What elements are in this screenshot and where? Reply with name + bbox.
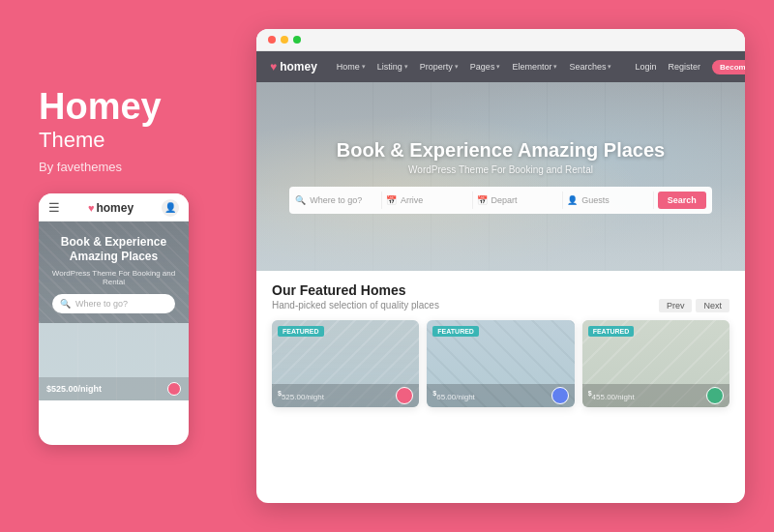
search-where-placeholder: Where to go? xyxy=(310,195,362,205)
property-price-1: $525.00/night xyxy=(278,390,324,401)
properties-row: Prev Next FEATURED $525.00/night xyxy=(272,320,729,407)
desktop-hero-title: Book & Experience Amazing Places xyxy=(337,139,665,162)
property-image-3: FEATURED $455.00/night xyxy=(582,320,729,407)
chevron-down-icon: ▾ xyxy=(496,63,500,71)
mobile-hero-title: Book & Experience Amazing Places xyxy=(48,235,179,265)
nav-item-register[interactable]: Register xyxy=(668,62,700,72)
property-image-1: FEATURED $525.00/night xyxy=(272,320,419,407)
mobile-price: $525.00/night xyxy=(46,384,102,394)
desktop-title-bar xyxy=(256,29,745,51)
mobile-user-icon: 👤 xyxy=(162,199,179,217)
property-avatar-1 xyxy=(396,387,413,404)
desktop-nav-logo: ♥ homey xyxy=(270,60,317,74)
search-guests-field[interactable]: 👤 Guests xyxy=(567,192,654,209)
mobile-avatar xyxy=(167,382,181,396)
chevron-down-icon: ▾ xyxy=(455,63,459,71)
search-icon: 🔍 xyxy=(60,299,71,309)
property-price-bar-1: $525.00/night xyxy=(272,384,419,407)
property-card-3[interactable]: FEATURED $455.00/night xyxy=(582,320,729,407)
theme-title: Homey xyxy=(39,87,232,128)
desktop-hero-content: Book & Experience Amazing Places WordPre… xyxy=(256,82,745,271)
mobile-property-strip: $525.00/night xyxy=(39,323,189,400)
property-avatar-2 xyxy=(551,387,569,404)
desktop-content: Our Featured Homes Hand-picked selection… xyxy=(256,271,745,419)
hamburger-icon: ☰ xyxy=(48,200,60,215)
theme-sub: Theme xyxy=(39,128,232,153)
mobile-search-placeholder: Where to go? xyxy=(75,299,128,309)
next-button[interactable]: Next xyxy=(696,299,729,312)
chevron-down-icon: ▾ xyxy=(362,63,366,71)
search-depart-placeholder: Depart xyxy=(491,195,518,205)
property-avatar-3 xyxy=(706,387,724,404)
nav-item-property[interactable]: Property ▾ xyxy=(420,62,459,72)
featured-badge-1: FEATURED xyxy=(278,326,324,337)
close-dot xyxy=(268,36,276,44)
nav-item-elementor[interactable]: Elementor ▾ xyxy=(512,62,557,72)
prev-button[interactable]: Prev xyxy=(659,299,693,312)
property-card-2[interactable]: FEATURED $65.00/night xyxy=(427,320,574,407)
nav-item-listing[interactable]: Listing ▾ xyxy=(377,62,408,72)
search-button[interactable]: Search xyxy=(658,192,706,209)
theme-by: By favethemes xyxy=(39,160,232,174)
search-guests-placeholder: Guests xyxy=(581,195,610,205)
mobile-hero: Book & Experience Amazing Places WordPre… xyxy=(39,222,189,323)
nav-item-pages[interactable]: Pages ▾ xyxy=(470,62,501,72)
hero-search-row: 🔍 Where to go? 📅 Arrive 📅 Depart 👤 Guest… xyxy=(289,187,712,214)
featured-badge-2: FEATURED xyxy=(432,326,479,337)
calendar-icon: 📅 xyxy=(477,195,488,205)
mobile-property-overlay: $525.00/night xyxy=(39,377,189,400)
chevron-down-icon: ▾ xyxy=(553,63,557,71)
mobile-logo: ♥ homey xyxy=(88,201,134,215)
expand-dot xyxy=(293,36,301,44)
search-where-field[interactable]: 🔍 Where to go? xyxy=(295,192,382,209)
mobile-mockup: ☰ ♥ homey 👤 Book & Experience Amazing Pl… xyxy=(39,193,189,445)
property-price-3: $455.00/night xyxy=(588,390,635,401)
nav-item-searches[interactable]: Searches ▾ xyxy=(569,62,611,72)
property-price-2: $65.00/night xyxy=(432,390,475,401)
section-title: Our Featured Homes xyxy=(272,282,729,298)
featured-badge-3: FEATURED xyxy=(588,326,635,337)
nav-heart-icon: ♥ xyxy=(270,60,277,74)
search-icon: 🔍 xyxy=(295,195,306,205)
become-host-button[interactable]: Become a Host xyxy=(712,60,745,74)
user-icon: 👤 xyxy=(567,195,578,205)
property-price-bar-3: $455.00/night xyxy=(582,384,729,407)
nav-item-home[interactable]: Home ▾ xyxy=(337,62,366,72)
property-card-1[interactable]: FEATURED $525.00/night xyxy=(272,320,419,407)
mobile-hero-sub: WordPress Theme For Booking and Rental xyxy=(48,269,179,286)
chevron-down-icon: ▾ xyxy=(608,63,611,71)
chevron-down-icon: ▾ xyxy=(404,63,408,71)
calendar-icon: 📅 xyxy=(386,195,397,205)
mobile-search-bar[interactable]: 🔍 Where to go? xyxy=(52,294,175,313)
nav-item-login[interactable]: Login xyxy=(635,62,656,72)
search-arrive-placeholder: Arrive xyxy=(401,195,424,205)
left-panel: Homey Theme By favethemes ☰ ♥ homey 👤 Bo… xyxy=(29,87,232,444)
mobile-top-bar: ☰ ♥ homey 👤 xyxy=(39,193,189,222)
search-arrive-field[interactable]: 📅 Arrive xyxy=(386,192,473,209)
property-nav-arrows: Prev Next xyxy=(659,299,729,312)
desktop-hero: Book & Experience Amazing Places WordPre… xyxy=(256,82,745,271)
desktop-nav: ♥ homey Home ▾ Listing ▾ Property ▾ Page… xyxy=(256,51,745,82)
desktop-mockup: ♥ homey Home ▾ Listing ▾ Property ▾ Page… xyxy=(256,29,745,503)
property-price-bar-2: $65.00/night xyxy=(427,384,574,407)
property-image-2: FEATURED $65.00/night xyxy=(427,320,574,407)
minimize-dot xyxy=(281,36,288,44)
search-depart-field[interactable]: 📅 Depart xyxy=(477,192,564,209)
heart-icon: ♥ xyxy=(88,202,95,214)
desktop-hero-sub: WordPress Theme For Booking and Rental xyxy=(408,164,593,175)
